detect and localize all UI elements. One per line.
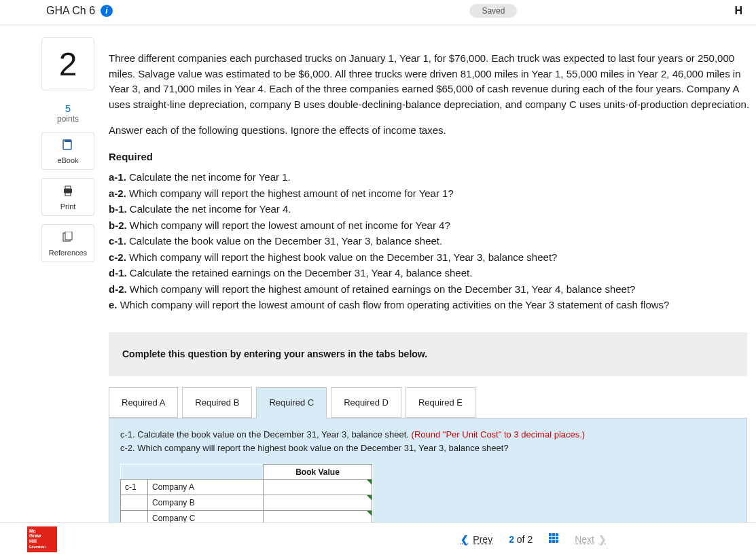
question-subprompt: Answer each of the following questions. … [109, 123, 756, 139]
row-label: Company A [148, 480, 264, 495]
input-cell[interactable] [264, 480, 372, 495]
svg-rect-3 [65, 186, 71, 189]
mcgraw-hill-logo: McGrawHillEducation [27, 526, 57, 552]
tabs-row: Required ARequired BRequired CRequired D… [109, 387, 747, 418]
svg-rect-12 [552, 537, 555, 539]
print-label: Print [60, 202, 76, 211]
references-label: References [49, 249, 87, 257]
required-item: b-1. Calculate the net income for Year 4… [109, 202, 756, 217]
assignment-title: GHA Ch 6 [46, 5, 95, 17]
top-bar: GHA Ch 6 i Saved H [0, 0, 756, 25]
footer-nav: ❮ Prev 2 of 2 Next ❯ [461, 533, 607, 545]
svg-rect-11 [549, 537, 552, 539]
nav-of: of [514, 534, 527, 545]
svg-rect-1 [65, 140, 71, 142]
print-icon [42, 185, 94, 199]
required-item: c-2. Which company will report the highe… [109, 250, 756, 266]
header-h: H [734, 5, 742, 17]
question-prompt: Three different companies each purchased… [109, 51, 756, 112]
svg-rect-7 [65, 232, 72, 240]
panel-line1: c-1. Calculate the book value on the Dec… [120, 429, 412, 440]
required-item: b-2. Which company will report the lowes… [109, 218, 756, 234]
required-item: d-1. Calculate the retained earnings on … [109, 266, 756, 281]
corner-marker-icon [367, 495, 372, 500]
row-index: c-1 [121, 480, 148, 495]
required-item: a-2. Which company will report the highe… [109, 186, 756, 202]
points-label: points [27, 114, 109, 124]
nav-position: 2 of 2 [509, 534, 533, 545]
svg-rect-15 [552, 540, 555, 543]
required-item: e. Which company will report the lowest … [109, 298, 756, 313]
next-button[interactable]: Next ❯ [575, 534, 607, 545]
required-item: d-2. Which company will report the highe… [109, 282, 756, 298]
svg-rect-4 [65, 193, 71, 196]
svg-rect-10 [556, 533, 558, 536]
row-index [121, 495, 148, 511]
corner-marker-icon [367, 511, 372, 516]
required-item: a-1. Calculate the net income for Year 1… [109, 170, 756, 185]
required-list: a-1. Calculate the net income for Year 1… [109, 170, 756, 313]
corner-marker-icon [367, 480, 372, 484]
info-icon[interactable]: i [101, 5, 113, 17]
prev-button[interactable]: ❮ Prev [461, 534, 492, 545]
svg-point-5 [70, 190, 71, 191]
table-row: Company B [121, 495, 372, 511]
svg-rect-2 [64, 189, 72, 193]
instruction-box: Complete this question by entering your … [109, 332, 747, 376]
svg-rect-16 [556, 540, 558, 543]
input-cell[interactable] [264, 495, 372, 511]
references-icon [42, 232, 94, 245]
left-sidebar: 2 5 points eBook Print References [27, 37, 109, 555]
footer: McGrawHillEducation ❮ Prev 2 of 2 Next ❯ [0, 522, 756, 555]
panel-line2: c-2. Which company will report the highe… [120, 443, 509, 453]
row-label: Company B [148, 495, 264, 511]
chevron-left-icon: ❮ [461, 534, 469, 545]
tab-required-a[interactable]: Required A [109, 387, 178, 418]
value-input[interactable] [264, 495, 372, 510]
chevron-right-icon: ❯ [598, 534, 607, 545]
nav-current: 2 [509, 534, 514, 545]
references-button[interactable]: References [41, 224, 94, 262]
table-row: c-1Company A [121, 480, 372, 495]
answer-section: Complete this question by entering your … [109, 332, 747, 556]
svg-rect-13 [556, 537, 558, 539]
saved-badge: Saved [469, 4, 517, 18]
tab-required-e[interactable]: Required E [406, 387, 475, 418]
svg-rect-14 [549, 540, 552, 543]
svg-rect-8 [549, 533, 552, 536]
question-number: 2 [41, 37, 94, 90]
prev-label: Prev [473, 534, 492, 545]
panel-note: c-1. Calculate the book value on the Dec… [120, 428, 736, 454]
print-button[interactable]: Print [41, 178, 94, 216]
book-icon [42, 139, 94, 153]
ebook-label: eBook [57, 156, 78, 164]
required-heading: Required [109, 149, 756, 165]
points-value: 5 [27, 103, 109, 114]
svg-rect-9 [552, 533, 555, 536]
ebook-button[interactable]: eBook [41, 132, 94, 170]
question-content: Three different companies each purchased… [109, 37, 756, 555]
grid-icon[interactable] [549, 533, 558, 545]
tab-required-b[interactable]: Required B [182, 387, 252, 418]
nav-total: 2 [527, 534, 533, 545]
tab-required-d[interactable]: Required D [331, 387, 401, 418]
tab-required-c[interactable]: Required C [256, 387, 327, 419]
value-input[interactable] [264, 480, 372, 495]
panel-line1-red: (Round "Per Unit Cost" to 3 decimal plac… [412, 429, 586, 440]
book-value-header: Book Value [264, 465, 372, 480]
next-label: Next [575, 534, 594, 545]
required-item: c-1. Calculate the book value on the Dec… [109, 234, 756, 249]
